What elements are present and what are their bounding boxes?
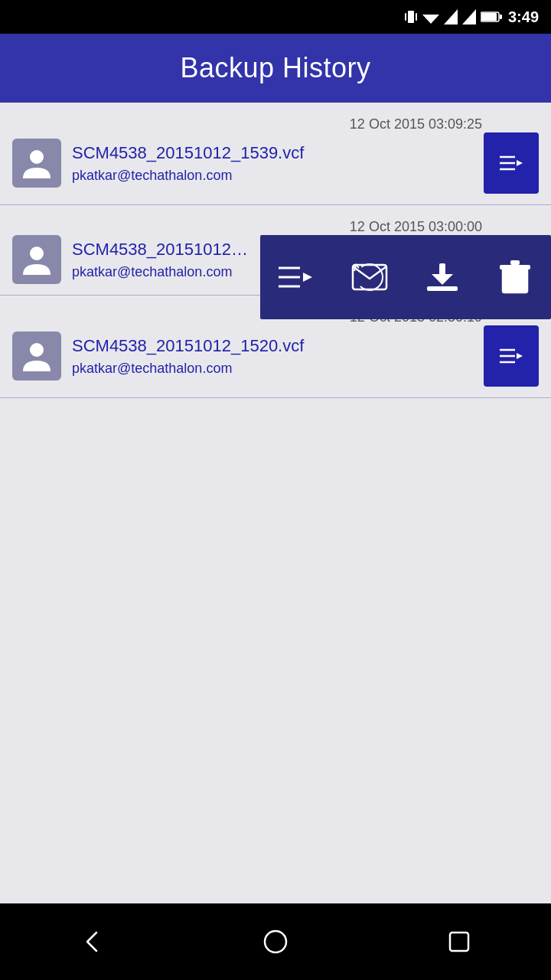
- list-item: 12 Oct 2015 03:09:25 SCM4538_20151012_15…: [0, 103, 551, 205]
- svg-rect-33: [450, 933, 468, 951]
- item-email: pkatkar@techathalon.com: [72, 168, 476, 184]
- item-filename: SCM4538_20151012_1539.vcf: [72, 143, 476, 163]
- bottom-nav: [0, 903, 551, 980]
- status-bar: 3:49: [0, 0, 551, 34]
- svg-rect-17: [353, 265, 386, 289]
- signal-icon-1: [444, 9, 458, 24]
- svg-rect-2: [416, 13, 417, 21]
- home-button[interactable]: [245, 911, 306, 972]
- svg-marker-21: [432, 274, 453, 285]
- svg-rect-23: [500, 265, 530, 270]
- item-date: 12 Oct 2015 03:09:25: [0, 116, 551, 132]
- svg-marker-5: [462, 9, 476, 24]
- svg-point-32: [265, 931, 286, 952]
- wifi-icon: [422, 10, 439, 24]
- svg-rect-24: [510, 260, 520, 265]
- svg-rect-8: [500, 15, 502, 19]
- avatar: [12, 139, 61, 188]
- back-button[interactable]: [61, 911, 122, 972]
- app-bar: Backup History: [0, 34, 551, 103]
- context-menu: [260, 235, 551, 319]
- item-date: 12 Oct 2015 03:00:00: [0, 219, 551, 235]
- svg-rect-0: [408, 11, 414, 23]
- item-content: SCM4538_20151012_1520.vcf pkatkar@techat…: [72, 336, 476, 377]
- email-button[interactable]: [339, 247, 400, 308]
- battery-icon: [481, 11, 502, 23]
- avatar: [12, 235, 61, 284]
- expand-menu-button[interactable]: [484, 325, 539, 387]
- item-content: SCM4538_20151012_1539.vcf pkatkar@techat…: [72, 143, 476, 184]
- item-email: pkatkar@techathalon.com: [72, 361, 476, 377]
- svg-rect-19: [427, 286, 458, 291]
- status-time: 3:49: [508, 8, 539, 26]
- signal-icon-2: [462, 9, 476, 24]
- svg-point-9: [30, 150, 44, 164]
- svg-marker-4: [444, 9, 458, 24]
- page-title: Backup History: [180, 52, 370, 84]
- recents-button[interactable]: [429, 911, 490, 972]
- item-filename: SCM4538_20151012_1520.vcf: [72, 336, 476, 356]
- status-icons: [404, 8, 502, 25]
- list-detail-button[interactable]: [266, 247, 328, 308]
- svg-marker-3: [422, 15, 439, 24]
- list-item: 12 Oct 2015 03:00:00 SCM4538_20151012_15…: [0, 205, 551, 296]
- svg-point-13: [30, 247, 44, 260]
- list-container: 12 Oct 2015 03:09:25 SCM4538_20151012_15…: [0, 103, 551, 903]
- avatar: [12, 332, 61, 381]
- item-filename: SCM4538_20151012_153…: [72, 240, 256, 260]
- item-divider: [0, 397, 551, 398]
- svg-point-18: [357, 264, 383, 290]
- svg-rect-1: [405, 13, 406, 21]
- expand-menu-button[interactable]: [484, 132, 539, 194]
- delete-button[interactable]: [484, 247, 546, 308]
- svg-rect-7: [481, 13, 497, 21]
- download-button[interactable]: [412, 247, 473, 308]
- svg-point-28: [30, 343, 44, 357]
- vibrate-icon: [404, 8, 418, 25]
